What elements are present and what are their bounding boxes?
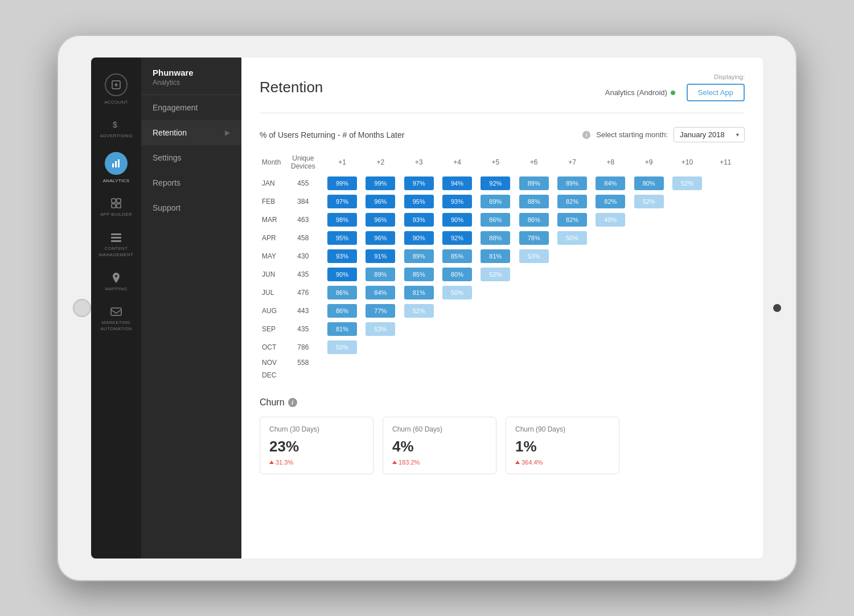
cell-FEB-p9: 52% bbox=[630, 192, 668, 211]
cell-DEC-p4 bbox=[438, 369, 476, 381]
cell-NOV-p4 bbox=[438, 356, 476, 369]
cell-NOV-p3 bbox=[400, 356, 438, 369]
page-header: Retention Displaying: Analytics (Android… bbox=[260, 73, 745, 101]
cell-AUG-p11 bbox=[707, 302, 745, 320]
month-select[interactable]: January 2018 February 2018 March 2018 bbox=[674, 127, 745, 142]
retention-label: Retention bbox=[153, 128, 187, 137]
churn-card-value-0: 23% bbox=[269, 438, 364, 455]
cell-DEC-p3 bbox=[400, 369, 438, 381]
cell-FEB-p6: 88% bbox=[515, 192, 553, 211]
svg-rect-9 bbox=[111, 233, 121, 235]
cell-SEP-p7 bbox=[553, 320, 591, 338]
advertising-label: ADVERTISING bbox=[100, 133, 132, 138]
mapping-icon bbox=[110, 272, 122, 284]
cell-APR-p2: 96% bbox=[362, 229, 400, 247]
cell-SEP-p2: 53% bbox=[362, 320, 400, 338]
chevron-right-icon: ▶ bbox=[225, 129, 230, 137]
nav-item-reports[interactable]: Reports bbox=[141, 170, 241, 195]
header-divider bbox=[260, 113, 745, 113]
cell-FEB-p5: 89% bbox=[477, 192, 515, 211]
icon-sidebar: ACCOUNT $ ADVERTISING bbox=[91, 58, 141, 558]
cell-JAN-p5: 92% bbox=[477, 174, 515, 192]
sidebar-item-account[interactable]: ACCOUNT bbox=[91, 67, 141, 112]
cell-NOV-p7 bbox=[553, 356, 591, 369]
cell-JAN-p7: 89% bbox=[553, 174, 591, 192]
cell-month-MAY: MAY bbox=[260, 247, 283, 265]
cell-APR-p4: 92% bbox=[438, 229, 476, 247]
page-title: Retention bbox=[260, 79, 323, 96]
analytics-label: ANALYTICS bbox=[103, 178, 130, 183]
sidebar-item-marketing-automation[interactable]: MARKETING AUTOMATION bbox=[91, 298, 141, 339]
engagement-label: Engagement bbox=[153, 103, 198, 112]
select-app-button[interactable]: Select App bbox=[687, 84, 745, 101]
cell-devices-NOV: 558 bbox=[283, 356, 323, 369]
table-row: NOV558 bbox=[260, 356, 745, 369]
col-p9: +9 bbox=[630, 150, 668, 174]
sidebar-item-content-management[interactable]: CONTENT MANAGEMENT bbox=[91, 224, 141, 265]
cell-JUL-p11 bbox=[707, 284, 745, 302]
churn-label: Churn bbox=[260, 397, 285, 408]
col-month: Month bbox=[260, 150, 283, 174]
account-label: ACCOUNT bbox=[104, 100, 128, 105]
cell-DEC-p11 bbox=[707, 369, 745, 381]
nav-item-support[interactable]: Support bbox=[141, 195, 241, 220]
cell-NOV-p8 bbox=[592, 356, 630, 369]
table-row: SEP43581%53% bbox=[260, 320, 745, 338]
cell-month-JUL: JUL bbox=[260, 284, 283, 302]
month-select-wrapper[interactable]: January 2018 February 2018 March 2018 bbox=[674, 127, 745, 142]
cell-NOV-p10 bbox=[668, 356, 706, 369]
svg-rect-2 bbox=[112, 163, 114, 167]
cell-DEC-p7 bbox=[553, 369, 591, 381]
churn-card-2: Churn (90 Days) 1% 364.4% bbox=[506, 417, 619, 474]
device-frame: ACCOUNT $ ADVERTISING bbox=[57, 35, 797, 581]
svg-rect-6 bbox=[117, 199, 121, 203]
nav-item-retention[interactable]: Retention ▶ bbox=[141, 120, 241, 145]
cell-APR-p9 bbox=[630, 229, 668, 247]
svg-rect-5 bbox=[112, 199, 116, 203]
cell-JUN-p1: 90% bbox=[323, 265, 361, 284]
cell-MAR-p7: 82% bbox=[553, 211, 591, 229]
cell-JUN-p3: 85% bbox=[400, 265, 438, 284]
cell-SEP-p5 bbox=[477, 320, 515, 338]
col-p11: +11 bbox=[707, 150, 745, 174]
cell-DEC-p10 bbox=[668, 369, 706, 381]
heatmap-table: Month Unique Devices +1 +2 +3 +4 +5 +6 +… bbox=[260, 150, 745, 381]
cell-devices-MAY: 430 bbox=[283, 247, 323, 265]
cell-JAN-p1: 99% bbox=[323, 174, 361, 192]
cell-DEC-p5 bbox=[477, 369, 515, 381]
cell-OCT-p10 bbox=[668, 338, 706, 356]
svg-rect-3 bbox=[115, 161, 117, 167]
cell-JUL-p5 bbox=[477, 284, 515, 302]
cell-MAY-p10 bbox=[668, 247, 706, 265]
cell-AUG-p2: 77% bbox=[362, 302, 400, 320]
cell-MAR-p6: 86% bbox=[515, 211, 553, 229]
sidebar-item-app-builder[interactable]: APP BUILDER bbox=[91, 190, 141, 224]
app-status: Analytics (Android) bbox=[605, 88, 675, 97]
sidebar-item-analytics[interactable]: ANALYTICS bbox=[91, 145, 141, 190]
cell-MAR-p2: 96% bbox=[362, 211, 400, 229]
main-content: Retention Displaying: Analytics (Android… bbox=[241, 58, 763, 558]
cell-JAN-p2: 99% bbox=[362, 174, 400, 192]
cell-month-JUN: JUN bbox=[260, 265, 283, 284]
table-header-row: Month Unique Devices +1 +2 +3 +4 +5 +6 +… bbox=[260, 150, 745, 174]
up-arrow-icon-1 bbox=[392, 461, 397, 464]
table-row: JUL47686%84%81%50% bbox=[260, 284, 745, 302]
cell-AUG-p3: 52% bbox=[400, 302, 438, 320]
settings-label: Settings bbox=[153, 153, 182, 162]
cell-month-DEC: DEC bbox=[260, 369, 283, 381]
cell-FEB-p3: 95% bbox=[400, 192, 438, 211]
churn-change-value-1: 183.2% bbox=[399, 459, 420, 466]
cell-JUN-p6 bbox=[515, 265, 553, 284]
cell-DEC-p1 bbox=[323, 369, 361, 381]
nav-item-engagement[interactable]: Engagement bbox=[141, 95, 241, 120]
col-p4: +4 bbox=[438, 150, 476, 174]
cell-SEP-p1: 81% bbox=[323, 320, 361, 338]
app-builder-icon bbox=[110, 197, 122, 210]
sidebar-item-advertising[interactable]: $ ADVERTISING bbox=[91, 112, 141, 145]
cell-MAY-p1: 93% bbox=[323, 247, 361, 265]
sidebar-item-mapping[interactable]: MAPPING bbox=[91, 265, 141, 298]
cell-NOV-p1 bbox=[323, 356, 361, 369]
cell-JAN-p6: 89% bbox=[515, 174, 553, 192]
nav-item-settings[interactable]: Settings bbox=[141, 145, 241, 170]
cell-FEB-p7: 82% bbox=[553, 192, 591, 211]
